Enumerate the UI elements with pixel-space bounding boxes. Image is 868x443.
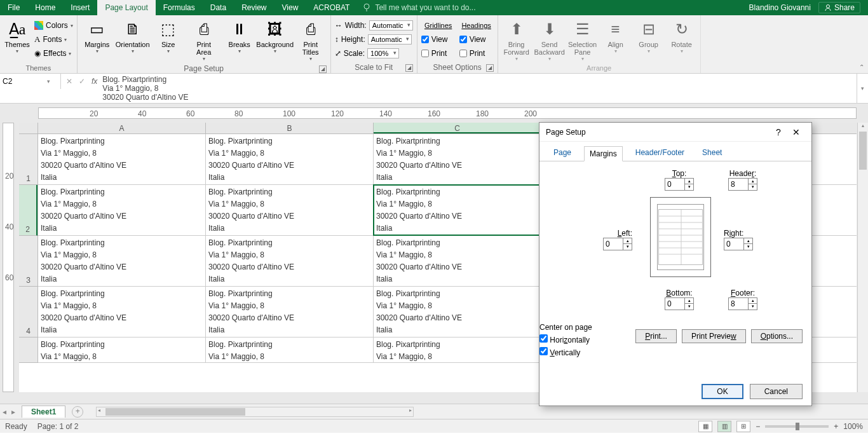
cell[interactable]: Blog. PixartprintingVia 1° Maggio, 83002…	[38, 287, 206, 337]
add-sheet-button[interactable]: +	[72, 406, 83, 418]
user-name[interactable]: Blandino Giovanni	[749, 3, 811, 12]
orientation-button[interactable]: 🗎Orientation▾	[116, 18, 150, 55]
row-header-1[interactable]: 1	[19, 134, 37, 185]
tab-page-layout[interactable]: Page Layout	[97, 0, 155, 15]
tab-data[interactable]: Data	[203, 0, 234, 15]
row-header-5[interactable]	[19, 337, 37, 363]
cell[interactable]: Blog. PixartprintingVia 1° Maggio, 8	[38, 337, 206, 362]
row-header-4[interactable]: 4	[19, 287, 37, 337]
zoom-level[interactable]: 100%	[843, 422, 863, 431]
footer-spinner[interactable]: ▴▾	[728, 297, 757, 310]
effects-button[interactable]: ◉Effects▾	[34, 47, 73, 60]
right-spinner[interactable]: ▴▾	[724, 238, 753, 250]
tab-review[interactable]: Review	[234, 0, 274, 15]
cell[interactable]: Blog. PixartprintingVia 1° Maggio, 83002…	[374, 236, 541, 286]
breaks-button[interactable]: ⏸Breaks▾	[222, 18, 257, 55]
name-box[interactable]: ▾	[0, 74, 61, 89]
dialog-tab-margins[interactable]: Margins	[584, 146, 623, 161]
right-input[interactable]	[724, 238, 743, 250]
print-button[interactable]: Print...	[635, 329, 677, 343]
headings-view-check[interactable]	[459, 36, 467, 43]
vertical-scrollbar[interactable]: ▴	[857, 123, 868, 392]
print-preview-button[interactable]: Print Preview	[682, 329, 746, 343]
themes-button[interactable]: A̲a Themes ▾	[3, 18, 32, 55]
print-titles-button[interactable]: ⎙PrintTitles▾	[294, 18, 328, 63]
bottom-spinner[interactable]: ▴▾	[665, 297, 694, 310]
share-button[interactable]: Share	[818, 2, 860, 13]
fx-icon[interactable]: fx	[92, 77, 97, 86]
view-page-break-button[interactable]: ⊞	[736, 421, 750, 432]
cell[interactable]: Blog. PixartprintingVia 1° Maggio, 83002…	[38, 236, 206, 286]
collapse-ribbon[interactable]: ⌃	[859, 64, 864, 71]
sheet-nav-next[interactable]: ▸	[9, 407, 18, 416]
horizontally-check-row[interactable]: Horizontally	[539, 334, 592, 344]
col-header-a[interactable]: A	[38, 123, 206, 133]
size-button[interactable]: ⬚Size▾	[151, 18, 186, 55]
background-button[interactable]: 🖼Background▾	[258, 18, 292, 55]
zoom-slider[interactable]	[765, 425, 829, 428]
dialog-help-button[interactable]: ?	[770, 127, 787, 137]
sheet-options-launcher[interactable]: ◢	[486, 64, 494, 72]
left-input[interactable]	[604, 238, 623, 250]
sheet-nav-prev[interactable]: ◂	[0, 407, 9, 416]
cell[interactable]: Blog. PixartprintingVia 1° Maggio, 83002…	[206, 185, 374, 235]
print-area-button[interactable]: ⎙PrintArea▾	[187, 18, 221, 63]
cell[interactable]: Blog. PixartprintingVia 1° Maggio, 83002…	[374, 287, 541, 337]
header-spinner[interactable]: ▴▾	[728, 178, 757, 191]
dialog-tab-header-footer[interactable]: Header/Footer	[630, 146, 689, 161]
cell[interactable]: Blog. PixartprintingVia 1° Maggio, 83002…	[374, 185, 541, 235]
colors-button[interactable]: Colors▾	[34, 19, 73, 32]
width-combo[interactable]: Automatic	[369, 20, 413, 31]
cell[interactable]: Blog. PixartprintingVia 1° Maggio, 83002…	[206, 134, 374, 184]
cell[interactable]: Blog. PixartprintingVia 1° Maggio, 83002…	[206, 236, 374, 286]
tab-view[interactable]: View	[275, 0, 306, 15]
options-button[interactable]: Options...	[751, 329, 803, 343]
cell[interactable]: Blog. PixartprintingVia 1° Maggio, 83002…	[38, 134, 206, 184]
fonts-button[interactable]: AFonts▾	[34, 33, 73, 46]
dialog-tab-sheet[interactable]: Sheet	[697, 146, 727, 161]
header-input[interactable]	[729, 179, 748, 190]
tell-me[interactable]: Tell me what you want to do...	[362, 3, 475, 12]
scale-combo[interactable]: 100%	[367, 48, 399, 58]
row-header-3[interactable]: 3	[19, 236, 37, 287]
top-spinner[interactable]: ▴▾	[665, 178, 694, 191]
cell[interactable]: Blog. PixartprintingVia 1° Maggio, 83002…	[38, 185, 206, 235]
height-combo[interactable]: Automatic	[368, 34, 412, 44]
zoom-out-button[interactable]: −	[756, 422, 760, 431]
view-page-layout-button[interactable]: ▥	[717, 421, 731, 432]
tab-formulas[interactable]: Formulas	[156, 0, 203, 15]
tab-insert[interactable]: Insert	[63, 0, 97, 15]
zoom-in-button[interactable]: +	[834, 422, 838, 431]
margins-button[interactable]: ▭Margins▾	[80, 18, 114, 55]
select-all-corner[interactable]	[19, 123, 38, 133]
dialog-close-button[interactable]: ✕	[787, 127, 805, 137]
vertically-check-row[interactable]: Vertically	[539, 347, 592, 357]
cancel-formula-icon[interactable]: ✕	[66, 77, 72, 86]
horizontally-check[interactable]	[539, 334, 548, 343]
dialog-tab-page[interactable]: Page	[548, 146, 576, 161]
cell[interactable]: Blog. PixartprintingVia 1° Maggio, 8	[206, 337, 374, 362]
left-spinner[interactable]: ▴▾	[603, 238, 632, 250]
scale-launcher[interactable]: ◢	[405, 64, 413, 72]
gridlines-view-check[interactable]	[421, 36, 429, 43]
name-box-input[interactable]	[3, 77, 47, 86]
tab-file[interactable]: File	[0, 0, 27, 15]
cell[interactable]: Blog. PixartprintingVia 1° Maggio, 83002…	[206, 287, 374, 337]
vertically-check[interactable]	[539, 347, 548, 355]
tab-acrobat[interactable]: ACROBAT	[306, 0, 357, 15]
gridlines-print-check[interactable]	[421, 50, 429, 57]
view-normal-button[interactable]: ▦	[698, 421, 712, 432]
enter-formula-icon[interactable]: ✓	[79, 77, 85, 86]
page-setup-launcher[interactable]: ◢	[319, 65, 327, 73]
cell[interactable]: Blog. PixartprintingVia 1° Maggio, 8	[374, 337, 541, 362]
bottom-input[interactable]	[665, 298, 684, 310]
row-header-2[interactable]: 2	[19, 185, 37, 236]
col-header-c[interactable]: C	[374, 123, 541, 133]
formula-text[interactable]: Blog. PixartprintingVia 1° Maggio, 83002…	[102, 74, 857, 103]
col-header-b[interactable]: B	[206, 123, 374, 133]
footer-input[interactable]	[729, 298, 748, 310]
cancel-button[interactable]: Cancel	[750, 384, 803, 399]
ok-button[interactable]: OK	[702, 384, 743, 399]
sheet-tab-1[interactable]: Sheet1	[22, 406, 65, 418]
headings-print-check[interactable]	[459, 50, 467, 57]
